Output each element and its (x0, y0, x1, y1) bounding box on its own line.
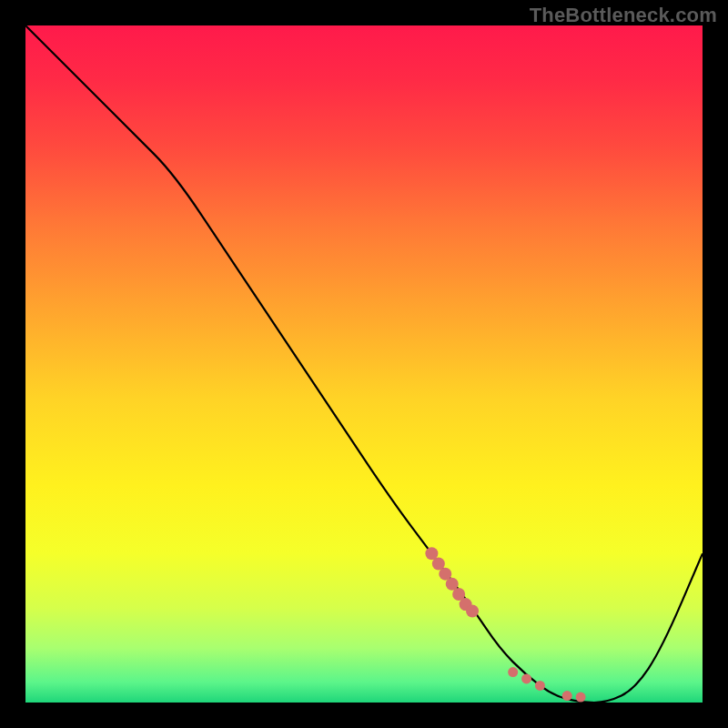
marker-dot (466, 605, 479, 618)
chart-svg (25, 25, 703, 703)
marker-dot (521, 673, 531, 683)
marker-dot (562, 691, 572, 701)
marker-dot (508, 667, 518, 677)
marker-dot (576, 693, 586, 703)
chart-frame: TheBottleneck.com (0, 0, 728, 728)
plot-area (25, 25, 703, 703)
watermark-text: TheBottleneck.com (530, 4, 717, 27)
marker-dot (535, 681, 545, 691)
